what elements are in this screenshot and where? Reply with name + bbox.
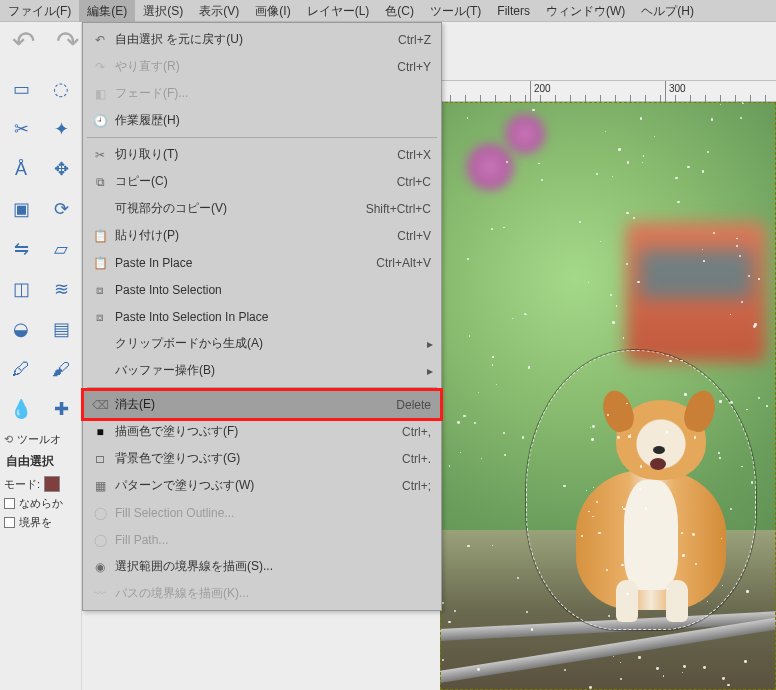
- menu-8[interactable]: Filters: [489, 1, 538, 20]
- menu-item-shortcut: Ctrl+X: [379, 148, 431, 162]
- redo-big-icon[interactable]: ↷: [50, 28, 84, 54]
- tool-smudge[interactable]: 💧: [2, 390, 40, 428]
- undo-big-icon[interactable]: ↶: [6, 28, 40, 54]
- submenu-arrow-icon: ▸: [427, 337, 433, 351]
- menu-item-label: フェード(F)...: [111, 85, 431, 102]
- tool-gradient[interactable]: ▤: [42, 310, 80, 348]
- tool-fg-select[interactable]: ✦: [42, 110, 80, 148]
- menu-item-label: 自由選択 を元に戻す(U): [111, 31, 380, 48]
- measure-icon: Å: [15, 159, 27, 180]
- history-icons: ↶ ↷: [6, 28, 84, 54]
- heal-icon: ✚: [54, 398, 69, 420]
- gradient-icon: ▤: [53, 318, 70, 340]
- tool-bucket[interactable]: ◒: [2, 310, 40, 348]
- menu-item[interactable]: バッファー操作(B)▸: [83, 357, 441, 384]
- fill-fg-icon: ■: [89, 425, 111, 439]
- menu-item[interactable]: ⧈Paste Into Selection: [83, 276, 441, 303]
- tool-measure[interactable]: Å: [2, 150, 40, 188]
- tool-heal[interactable]: ✚: [42, 390, 80, 428]
- menu-item-shortcut: Delete: [378, 398, 431, 412]
- tool-scissors[interactable]: ✂: [2, 110, 40, 148]
- menu-item-shortcut: Ctrl+Z: [380, 33, 431, 47]
- reset-icon[interactable]: ⟲: [4, 433, 13, 446]
- mode-label: モード:: [4, 477, 40, 492]
- menu-item-label: 切り取り(T): [111, 146, 379, 163]
- menu-item-label: パスの境界線を描画(K)...: [111, 585, 431, 602]
- brush-icon: 🖌: [52, 359, 70, 380]
- submenu-arrow-icon: ▸: [427, 364, 433, 378]
- tool-warp[interactable]: ≋: [42, 270, 80, 308]
- menu-item-label: Paste In Place: [111, 256, 358, 270]
- menu-10[interactable]: ヘルプ(H): [633, 0, 702, 22]
- free-select-icon: ◌: [53, 78, 69, 100]
- paste-icon: 📋: [89, 256, 111, 270]
- menu-7[interactable]: ツール(T): [422, 0, 489, 22]
- menu-item-shortcut: Ctrl+V: [379, 229, 431, 243]
- tool-rotate[interactable]: ⟳: [42, 190, 80, 228]
- menu-item[interactable]: ■描画色で塗りつぶす(F)Ctrl+,: [83, 418, 441, 445]
- menu-6[interactable]: 色(C): [377, 0, 422, 22]
- cut-icon: ✂: [89, 148, 111, 162]
- menu-item: ◧フェード(F)...: [83, 80, 441, 107]
- tool-crop[interactable]: ▣: [2, 190, 40, 228]
- menu-item[interactable]: ◉選択範囲の境界線を描画(S)...: [83, 553, 441, 580]
- toolbox: ▭◌✂✦Å✥▣⟳⇋▱◫≋◒▤🖊🖌💧✚: [2, 70, 80, 428]
- menu-item[interactable]: ⧈Paste Into Selection In Place: [83, 303, 441, 330]
- smudge-icon: 💧: [10, 398, 32, 420]
- tool-ink[interactable]: 🖊: [2, 350, 40, 388]
- menu-5[interactable]: レイヤー(L): [299, 0, 378, 22]
- menubar: ファイル(F)編集(E)選択(S)表示(V)画像(I)レイヤー(L)色(C)ツー…: [0, 0, 776, 22]
- tool-perspective[interactable]: ▱: [42, 230, 80, 268]
- menu-9[interactable]: ウィンドウ(W): [538, 0, 633, 22]
- stroke-icon: ◯: [89, 533, 111, 547]
- menu-item[interactable]: ⌫消去(E)Delete: [83, 391, 441, 418]
- cage-icon: ◫: [13, 278, 30, 300]
- feather-checkbox[interactable]: [4, 517, 15, 528]
- tool-rect-select[interactable]: ▭: [2, 70, 40, 108]
- menu-2[interactable]: 選択(S): [135, 0, 191, 22]
- ruler-label: 200: [534, 83, 551, 94]
- ruler-tick: [665, 81, 666, 103]
- menu-item-label: コピー(C): [111, 173, 379, 190]
- copy-icon: ⧉: [89, 175, 111, 189]
- antialias-checkbox[interactable]: [4, 498, 15, 509]
- menu-item-shortcut: Ctrl+Alt+V: [358, 256, 431, 270]
- menu-0[interactable]: ファイル(F): [0, 0, 79, 22]
- stroke-path-icon: 〰: [89, 587, 111, 601]
- tool-free-select[interactable]: ◌: [42, 70, 80, 108]
- menu-item[interactable]: 🕘作業履歴(H): [83, 107, 441, 134]
- undo-icon: ↶: [89, 33, 111, 47]
- erase-icon: ⌫: [89, 398, 111, 412]
- tool-flip[interactable]: ⇋: [2, 230, 40, 268]
- mode-replace-icon[interactable]: [44, 476, 60, 492]
- menu-item[interactable]: 📋Paste In PlaceCtrl+Alt+V: [83, 249, 441, 276]
- menu-4[interactable]: 画像(I): [247, 0, 298, 22]
- menu-1[interactable]: 編集(E): [79, 0, 135, 22]
- menu-item[interactable]: 可視部分のコピー(V)Shift+Ctrl+C: [83, 195, 441, 222]
- tool-brush[interactable]: 🖌: [42, 350, 80, 388]
- menu-item-label: 描画色で塗りつぶす(F): [111, 423, 384, 440]
- paste-icon: 📋: [89, 229, 111, 243]
- fg-select-icon: ✦: [54, 118, 69, 140]
- tool-cage[interactable]: ◫: [2, 270, 40, 308]
- menu-item: ↷やり直す(R)Ctrl+Y: [83, 53, 441, 80]
- canvas[interactable]: [440, 102, 776, 690]
- menu-item-label: クリップボードから生成(A): [111, 335, 431, 352]
- history-icon: 🕘: [89, 114, 111, 128]
- menu-item[interactable]: クリップボードから生成(A)▸: [83, 330, 441, 357]
- menu-item-label: Fill Path...: [111, 533, 431, 547]
- menu-item[interactable]: ⧉コピー(C)Ctrl+C: [83, 168, 441, 195]
- tool-options-panel: ⟲ ツールオ 自由選択 モード: なめらか 境界を: [0, 430, 78, 532]
- menu-item-label: 作業履歴(H): [111, 112, 431, 129]
- menu-item[interactable]: ↶自由選択 を元に戻す(U)Ctrl+Z: [83, 26, 441, 53]
- tool-move[interactable]: ✥: [42, 150, 80, 188]
- antialias-label: なめらか: [19, 496, 63, 511]
- menu-item[interactable]: □背景色で塗りつぶす(G)Ctrl+.: [83, 445, 441, 472]
- menu-item-label: 背景色で塗りつぶす(G): [111, 450, 384, 467]
- rotate-icon: ⟳: [54, 198, 69, 220]
- menu-item-label: パターンで塗りつぶす(W): [111, 477, 384, 494]
- menu-item[interactable]: ✂切り取り(T)Ctrl+X: [83, 141, 441, 168]
- menu-item[interactable]: 📋貼り付け(P)Ctrl+V: [83, 222, 441, 249]
- menu-item[interactable]: ▦パターンで塗りつぶす(W)Ctrl+;: [83, 472, 441, 499]
- menu-3[interactable]: 表示(V): [191, 0, 247, 22]
